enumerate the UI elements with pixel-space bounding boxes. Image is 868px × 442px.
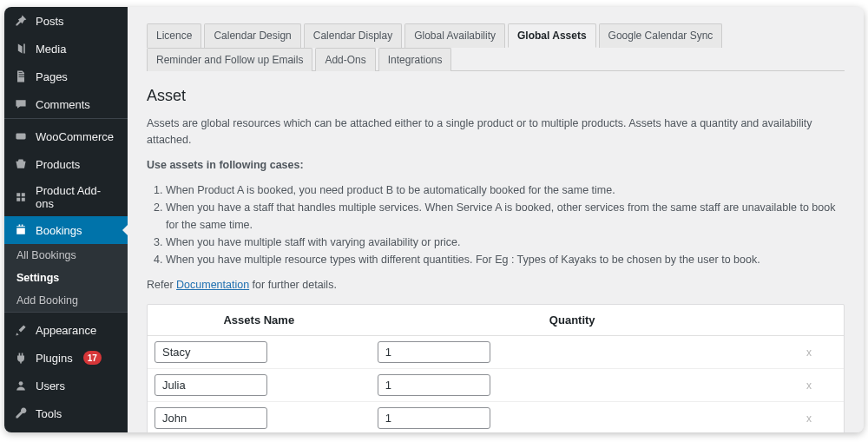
doc-reference: Refer Documentation for further details. (147, 277, 845, 294)
tab-google-calendar-sync[interactable]: Google Calendar Sync (599, 23, 723, 48)
col-header-actions (774, 305, 844, 336)
menu-label: Pages (36, 70, 68, 83)
sidebar-item-pages[interactable]: Pages (4, 63, 128, 90)
sidebar-item-bookings[interactable]: Bookings (4, 216, 128, 244)
menu-label: Media (36, 43, 66, 56)
table-row: x (148, 369, 844, 402)
delete-row-button[interactable]: x (781, 346, 837, 359)
asset-qty-input[interactable] (378, 374, 490, 396)
products-icon (13, 156, 29, 172)
calendar-icon (13, 222, 29, 238)
update-badge: 17 (83, 351, 102, 365)
sidebar-item-settings[interactable]: Settings (4, 427, 128, 432)
menu-label: Bookings (36, 224, 82, 237)
menu-label: Plugins (36, 352, 73, 365)
col-header-name: Assets Name (148, 305, 371, 336)
tab-global-availability[interactable]: Global Availability (404, 23, 505, 48)
tab-calendar-design[interactable]: Calendar Design (204, 23, 300, 48)
use-cases-list: When Product A is booked, you need produ… (166, 181, 845, 268)
woo-icon (13, 129, 29, 144)
pin-icon (13, 13, 29, 29)
asset-qty-input[interactable] (378, 341, 490, 363)
use-case-item: When you have multiple resource types wi… (166, 251, 845, 268)
use-case-item: When you have multiple staff with varyin… (166, 234, 845, 251)
section-title: Asset (147, 87, 845, 105)
sidebar-item-tools[interactable]: Tools (4, 399, 128, 427)
sidebar-item-product-add-ons[interactable]: Product Add-ons (4, 178, 128, 216)
assets-panel: Assets Name Quantity xxx + Add (147, 304, 845, 432)
menu-label: Product Add-ons (36, 184, 119, 210)
asset-qty-input[interactable] (378, 407, 490, 429)
tab-integrations[interactable]: Integrations (378, 48, 452, 71)
submenu-item-all-bookings[interactable]: All Bookings (4, 244, 128, 267)
use-case-item: When you have a staff that handles multi… (166, 199, 845, 234)
menu-label: WooCommerce (36, 130, 114, 143)
tab-licence[interactable]: Licence (147, 23, 201, 48)
asset-name-input[interactable] (155, 407, 267, 429)
submenu: All BookingsSettingsAdd Booking (4, 244, 128, 312)
table-row: x (148, 336, 844, 369)
use-case-item: When Product A is booked, you need produ… (166, 181, 845, 199)
page-icon (13, 69, 29, 84)
menu-label: Users (36, 379, 65, 393)
users-icon (13, 378, 29, 393)
sidebar-item-plugins[interactable]: Plugins17 (4, 344, 128, 372)
settings-tabs: LicenceCalendar DesignCalendar DisplayGl… (147, 23, 845, 71)
col-header-qty: Quantity (371, 305, 774, 336)
delete-row-button[interactable]: x (781, 412, 837, 425)
admin-sidebar: PostsMediaPagesCommentsWooCommerceProduc… (4, 7, 128, 432)
asset-name-input[interactable] (155, 341, 267, 363)
assets-table: Assets Name Quantity xxx (148, 305, 844, 432)
asset-name-input[interactable] (155, 374, 267, 396)
svg-point-1 (19, 381, 23, 386)
documentation-link[interactable]: Documentation (176, 279, 249, 291)
delete-row-button[interactable]: x (781, 379, 837, 392)
sidebar-item-products[interactable]: Products (4, 150, 128, 178)
comment-icon (13, 96, 29, 112)
media-icon (13, 41, 29, 56)
sidebar-item-posts[interactable]: Posts (4, 7, 128, 35)
sidebar-item-users[interactable]: Users (4, 372, 128, 399)
menu-label: Posts (36, 15, 64, 28)
brush-icon (13, 322, 29, 338)
sidebar-item-woocommerce[interactable]: WooCommerce (4, 122, 128, 150)
menu-label: Comments (36, 98, 90, 111)
menu-label: Products (36, 158, 80, 171)
submenu-item-add-booking[interactable]: Add Booking (4, 289, 128, 312)
sidebar-item-media[interactable]: Media (4, 35, 128, 63)
sidebar-item-appearance[interactable]: Appearance (4, 316, 128, 344)
plug-icon (13, 350, 29, 366)
wrench-icon (13, 406, 29, 421)
section-description: Assets are global resources which can be… (147, 115, 845, 148)
tab-add-ons[interactable]: Add-Ons (315, 48, 375, 71)
svg-rect-0 (16, 134, 25, 140)
tab-reminder-and-follow-up-emails[interactable]: Reminder and Follow up Emails (147, 48, 312, 71)
table-row: x (148, 402, 844, 433)
addons-icon (13, 189, 29, 205)
sidebar-item-comments[interactable]: Comments (4, 90, 128, 118)
submenu-item-settings[interactable]: Settings (4, 267, 128, 289)
cases-intro: Use assets in following cases: (147, 157, 845, 174)
main-content: LicenceCalendar DesignCalendar DisplayGl… (128, 7, 864, 432)
menu-label: Tools (36, 407, 62, 420)
tab-calendar-display[interactable]: Calendar Display (304, 23, 402, 48)
menu-label: Appearance (36, 324, 96, 337)
tab-global-assets[interactable]: Global Assets (508, 23, 596, 48)
